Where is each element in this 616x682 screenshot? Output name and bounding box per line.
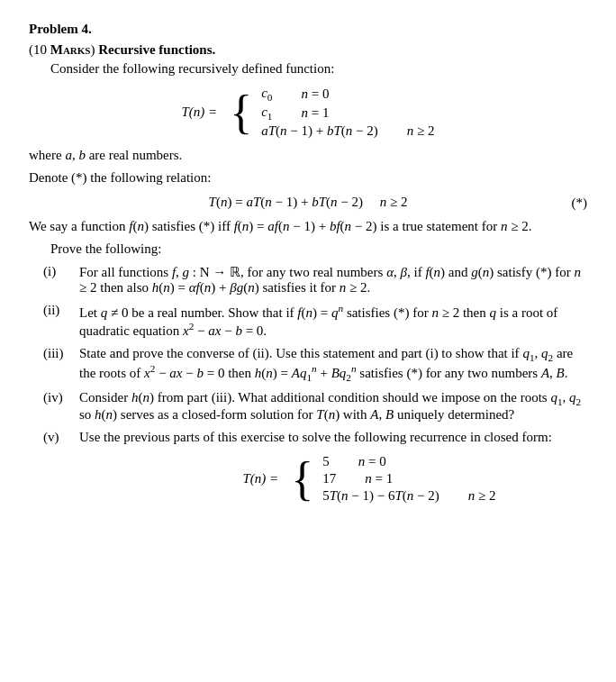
final-recurrence-system: T(n) = { 5 n = 0 17 n = 1 [79,454,587,504]
part-v: (v) Use the previous parts of this exerc… [43,430,587,513]
final-case-row-2: 5T(n − 1) − 6T(n − 2) n ≥ 2 [322,488,495,504]
final-left-brace: { [291,456,313,503]
problem-container: Problem 4. (10 Marks) Recursive function… [29,22,587,513]
case-row-0: c0 n = 0 [261,86,434,103]
parts-list: (i) For all functions f, g : N → ℝ, for … [43,264,587,513]
t-n-lhs: T(n) = [182,105,218,120]
star-label: (*) [572,195,588,210]
part-i: (i) For all functions f, g : N → ℝ, for … [43,264,587,296]
case-expr-1: c1 [261,105,272,122]
part-i-content: For all functions f, g : N → ℝ, for any … [79,264,587,296]
part-iv: (iv) Consider h(n) from part (iii). What… [43,390,587,423]
case-cond-2: n ≥ 2 [407,123,435,139]
case-cond-0: n = 0 [301,86,329,102]
final-case-row-0: 5 n = 0 [322,454,495,469]
where-line: where a, b are real numbers. [29,148,587,163]
final-case-row-1: 17 n = 1 [322,471,495,486]
problem-title: Problem 4. [29,22,587,37]
satisfies-def: We say a function f(n) satisfies (*) iff… [29,219,587,234]
final-cases-block: 5 n = 0 17 n = 1 5T(n − 1) − 6T(n − 2) n… [322,454,495,504]
case-expr-2: aT(n − 1) + bT(n − 2) [261,123,378,139]
case-row-1: c1 n = 1 [261,105,434,122]
case-cond-1: n = 1 [301,105,329,121]
final-t-n-lhs: T(n) = [243,471,279,486]
part-v-label: (v) [43,430,72,445]
final-case-expr-0: 5 [322,454,330,469]
star-equation: T(n) = aT(n − 1) + bT(n − 2) n ≥ 2 (*) [29,195,587,210]
final-case-expr-1: 17 [322,471,336,486]
part-ii-content: Let q ≠ 0 be a real number. Show that if… [79,303,587,339]
part-iii-content: State and prove the converse of (ii). Us… [79,346,587,383]
part-v-content: Use the previous parts of this exercise … [79,430,587,513]
part-ii: (ii) Let q ≠ 0 be a real number. Show th… [43,303,587,339]
final-case-cond-0: n = 0 [358,454,467,469]
final-case-cond-2: n ≥ 2 [468,488,496,504]
final-case-expr-2: 5T(n − 1) − 6T(n − 2) [322,488,439,504]
part-ii-label: (ii) [43,303,72,318]
topic-bold: Recursive functions. [98,42,215,57]
case-expr-0: c0 [261,86,272,103]
part-iii: (iii) State and prove the converse of (i… [43,346,587,383]
denote-line: Denote (*) the following relation: [29,170,587,186]
part-iii-label: (iii) [43,346,72,361]
left-brace: { [230,89,252,136]
marks-line: (10 Marks) Recursive functions. [29,42,587,58]
prove-intro: Prove the following: [50,241,587,257]
intro-text: Consider the following recursively defin… [50,61,587,77]
part-iv-label: (iv) [43,390,72,405]
case-row-2: aT(n − 1) + bT(n − 2) n ≥ 2 [261,123,434,139]
part-iv-content: Consider h(n) from part (iii). What addi… [79,390,587,423]
cases-block: c0 n = 0 c1 n = 1 aT(n − 1) + bT(n − 2) … [261,86,434,139]
recurrence-system: T(n) = { c0 n = 0 c1 n = 1 aT(n − 1) + b… [29,86,587,139]
final-case-cond-1: n = 1 [365,471,393,486]
marks-text: (10 Marks) [29,42,95,57]
part-i-label: (i) [43,264,72,279]
